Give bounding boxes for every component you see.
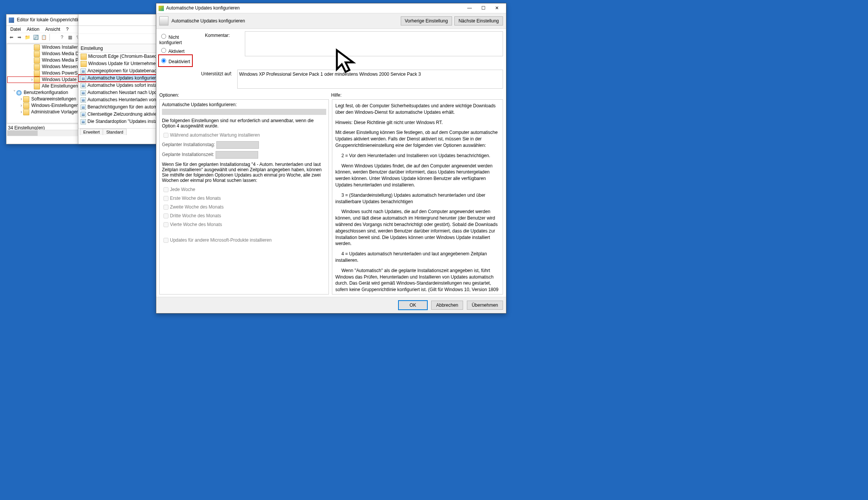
install-time-select[interactable] — [216, 151, 258, 159]
tree-item-label: Softwareeinstellungen — [31, 96, 76, 102]
options-pane[interactable]: Automatische Updates konfigurieren: Die … — [159, 99, 329, 295]
dialog-icon — [159, 6, 164, 11]
folder-icon — [34, 57, 40, 64]
list-item-label: Automatische Updates konfigurieren — [87, 75, 161, 81]
folder-icon — [34, 77, 40, 83]
dialog-subtitle: Automatische Updates konfigurieren — [171, 18, 245, 24]
policy-item-icon — [81, 105, 86, 110]
refresh-icon[interactable]: 🔄 — [32, 34, 39, 41]
chk-every-week[interactable]: Jede Woche — [162, 186, 326, 193]
install-day-select[interactable] — [216, 141, 259, 149]
tree-item-label: Windows Installer — [42, 45, 78, 50]
properties-dialog: Automatische Updates konfigurieren — ☐ ✕… — [156, 3, 506, 314]
help-p8: 4 = Updates automatisch herunterladen un… — [335, 251, 500, 264]
help-p7: Windows sucht nach Updates, die auf den … — [335, 209, 500, 247]
chk-week4[interactable]: Vierte Woche des Monats — [162, 221, 326, 228]
help-icon[interactable]: ? — [59, 34, 65, 41]
tab-erweitert[interactable]: Erweitert — [80, 129, 103, 135]
close-button[interactable]: ✕ — [490, 5, 504, 12]
up-icon[interactable]: 📁 — [24, 34, 31, 41]
tree-item-label: Windows-Einstellungen — [31, 103, 79, 108]
chk-week1[interactable]: Erste Woche des Monats — [162, 195, 326, 202]
options-combo[interactable] — [162, 109, 326, 115]
comment-label: Kommentar: — [205, 31, 241, 38]
tree-item-label: Administrative Vorlagen — [31, 109, 79, 115]
properties-icon[interactable]: ▦ — [67, 34, 73, 41]
options-label: Optionen: — [159, 92, 331, 98]
radio-enabled[interactable]: Aktiviert — [159, 47, 201, 54]
gpedit-icon — [9, 18, 14, 23]
policy-item-icon — [81, 68, 86, 74]
policy-item-icon — [81, 83, 86, 88]
scroll-thumb[interactable] — [7, 131, 38, 136]
ok-button[interactable]: OK — [398, 300, 428, 310]
radio-disabled[interactable]: Deaktiviert — [159, 57, 190, 64]
export-icon[interactable]: 📋 — [40, 34, 47, 41]
back-icon[interactable]: ⬅ — [8, 34, 15, 41]
forward-icon[interactable]: ➡ — [16, 34, 23, 41]
folder-icon — [34, 70, 40, 76]
folder-icon — [34, 51, 40, 57]
apply-button[interactable]: Übernehmen — [467, 301, 503, 310]
help-p4: 2 = Vor dem Herunterladen und Installier… — [335, 153, 500, 159]
row-install-time: Geplante Installationszeit: — [162, 151, 326, 159]
row-install-day: Geplanter Installationstag: — [162, 141, 326, 149]
policy-item-icon — [81, 97, 86, 103]
options-head: Automatische Updates konfigurieren: — [162, 102, 326, 107]
folder-icon — [34, 83, 40, 89]
help-p2: Hinweis: Diese Richtlinie gilt nicht unt… — [335, 119, 500, 126]
policy-item-icon — [81, 76, 86, 81]
state-radios: Nicht konfiguriert Aktiviert Deaktiviert — [159, 31, 201, 66]
menu-hilfe[interactable]: ? — [64, 26, 71, 33]
list-item-label: Clientseitige Zielzuordnung aktivieren — [87, 111, 163, 117]
radio-not-configured[interactable]: Nicht konfiguriert — [159, 33, 201, 45]
chk-other-ms[interactable]: Updates für andere Microsoft-Produkte in… — [162, 237, 326, 244]
policy-item-icon — [81, 119, 86, 124]
folder-icon — [23, 96, 29, 102]
tree-item-label: Benutzerkonfiguration — [24, 90, 68, 95]
next-setting-button[interactable]: Nächste Einstellung — [454, 16, 503, 25]
help-label: Hilfe: — [331, 92, 503, 98]
policy-item-icon — [81, 112, 86, 117]
tree-item-label: Alle Einstellungen — [42, 83, 78, 89]
chk-week3[interactable]: Dritte Woche des Monats — [162, 212, 326, 220]
user-icon — [16, 90, 22, 96]
minimize-button[interactable]: — — [463, 5, 476, 12]
supported-label: Unterstützt auf: — [201, 70, 237, 89]
dialog-buttons: OK Abbrechen Übernehmen — [156, 297, 506, 313]
tab-standard[interactable]: Standard — [103, 129, 127, 135]
dialog-titlebar[interactable]: Automatische Updates konfigurieren — ☐ ✕ — [156, 3, 506, 13]
menu-aktion[interactable]: Aktion — [24, 26, 41, 33]
folder-icon — [23, 109, 29, 115]
options-explain: Wenn Sie für den geplanten Installations… — [162, 162, 326, 183]
help-pane[interactable]: Legt fest, ob der Computer Sicherheitsup… — [332, 99, 503, 295]
help-p6: 3 = (Standardeinstellung) Updates automa… — [335, 192, 500, 205]
help-p1: Legt fest, ob der Computer Sicherheitsup… — [335, 103, 500, 116]
help-p9: Wenn "Automatisch" als die geplante Inst… — [335, 268, 500, 293]
dialog-subheader: Automatische Updates konfigurieren Vorhe… — [156, 13, 506, 29]
policy-item-icon — [81, 90, 86, 96]
supported-box: Windows XP Professional Service Pack 1 o… — [237, 70, 503, 89]
cancel-button[interactable]: Abbrechen — [431, 301, 463, 310]
prev-setting-button[interactable]: Vorherige Einstellung — [401, 16, 452, 25]
maximize-button[interactable]: ☐ — [476, 5, 490, 12]
folder-icon — [34, 45, 40, 51]
menu-datei[interactable]: Datei — [8, 26, 23, 33]
tree-item-label: Windows Update — [42, 77, 76, 82]
list-item-label: Windows Update für Unternehmen — [88, 61, 158, 66]
list-header-label: Einstellung — [81, 46, 103, 51]
chk-maintenance[interactable]: Während automatischer Wartung installier… — [162, 132, 326, 139]
policy-icon — [159, 16, 168, 25]
options-note: Die folgenden Einstellungen sind nur erf… — [162, 118, 326, 129]
chk-week2[interactable]: Zweite Woche des Monats — [162, 204, 326, 211]
folder-icon — [23, 103, 29, 109]
folder-icon — [34, 64, 40, 70]
help-p5: Wenn Windows Updates findet, die auf den… — [335, 163, 500, 188]
menu-ansicht[interactable]: Ansicht — [43, 26, 62, 33]
help-p3: Mit dieser Einstellung können Sie festle… — [335, 129, 500, 148]
gpedit-title: Editor für lokale Gruppenrichtlinien — [17, 17, 87, 22]
comment-input[interactable] — [245, 31, 503, 56]
dialog-title: Automatische Updates konfigurieren — [166, 3, 240, 13]
separator — [49, 34, 57, 41]
